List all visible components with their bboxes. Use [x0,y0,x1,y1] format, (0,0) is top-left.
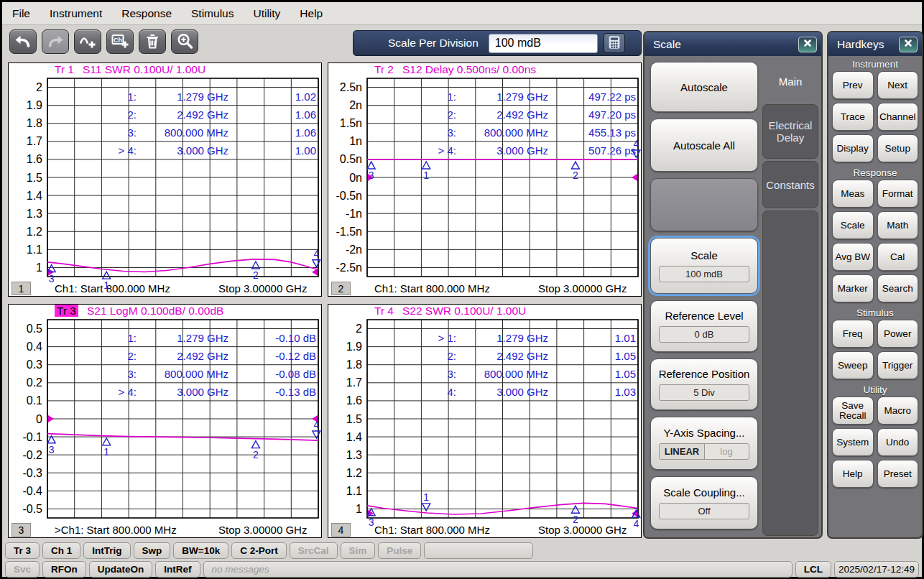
hardkey-prev[interactable]: Prev [832,71,874,99]
hardkey-avg-bw[interactable]: Avg BW [832,243,874,271]
status-swp[interactable]: Swp [134,542,171,559]
hardkey-cal[interactable]: Cal [877,243,919,271]
hardkey-macro[interactable]: Macro [877,397,919,425]
marker-4-symbol [632,150,640,157]
hardkey-save-recall[interactable]: Save Recall [832,397,874,425]
hardkey-system[interactable]: System [832,428,874,456]
scale-per-division-input[interactable] [489,34,598,53]
status-srccal[interactable]: SrcCal [290,542,338,559]
hardkey-sweep[interactable]: Sweep [832,351,874,379]
status-sim[interactable]: Sim [341,542,376,559]
status-c-2-port[interactable]: C 2-Port [231,542,287,559]
hardkey-help[interactable]: Help [832,460,874,488]
add-channel-button[interactable]: Ch [106,29,134,54]
hardkey-channel[interactable]: Channel [877,103,919,131]
plot-trace-4[interactable]: Tr 4S22 SWR 0.100U/ 1.00U4Ch1: Start 800… [328,304,642,538]
hardkey-scale[interactable]: Scale [832,211,874,239]
softkey-y-axis-spacing[interactable]: Y-Axis Spacing...LINEARlog [650,417,758,470]
status-inttrig[interactable]: IntTrig [83,542,130,559]
plot-footer: 3>Ch1: Start 800.000 MHzStop 3.00000 GHz [9,523,321,537]
tab-electrical-delay[interactable]: Electrical Delay [762,104,818,159]
hardkeys-section-stimulus: Stimulus [832,306,918,320]
status-intref[interactable]: IntRef [155,561,200,578]
softkey-scale-coupling[interactable]: Scale Coupling...Off [650,476,758,529]
zoom-button[interactable] [171,29,198,54]
plot-title: Tr 3S21 LogM 0.100dB/ 0.00dB [9,305,321,319]
svg-text:Ch: Ch [114,36,122,43]
toggle-option-linear[interactable]: LINEAR [660,444,704,459]
tab-main[interactable]: Main [762,60,818,102]
marker-1-number: 1 [423,170,429,181]
channel-start-label: >Ch1: Start 800.000 MHz [55,524,218,536]
marker-readout-number: > 4: [438,144,456,157]
hardkey-search[interactable]: Search [877,274,919,302]
hardkey-next[interactable]: Next [877,71,919,99]
softkey-scale[interactable]: Scale100 mdB [650,238,758,294]
status-pulse[interactable]: Pulse [378,542,421,559]
marker-readout-value: 1.05 [615,368,636,380]
menu-bar: FileInstrumentResponseStimulusUtilityHel… [2,2,922,25]
softkey-label: Y-Axis Spacing... [664,427,745,439]
status-lcl[interactable]: LCL [795,561,831,578]
menu-item-stimulus[interactable]: Stimulus [191,7,234,20]
marker-readout-value: 507.26 ps [588,144,636,157]
hardkey-power[interactable]: Power [877,320,919,348]
plot-title: Tr 4S22 SWR 0.100U/ 1.00U [328,305,641,319]
menu-item-help[interactable]: Help [300,7,323,20]
status-rfon[interactable]: RFOn [42,561,86,578]
status-tr-3[interactable]: Tr 3 [5,542,40,559]
marker-readout-value: 1.03 [615,386,636,398]
marker-1-symbol [103,438,111,445]
hardkey-format[interactable]: Format [877,180,919,208]
hardkey-setup[interactable]: Setup [877,134,919,162]
marker-3-symbol [367,162,375,169]
menu-item-response[interactable]: Response [121,7,172,20]
scale-panel-close-button[interactable] [798,37,817,52]
hardkeys-row: Avg BWCal [832,243,918,271]
softkey-autoscale-all[interactable]: Autoscale All [650,119,758,172]
plot-trace-3[interactable]: Tr 3S21 LogM 0.100dB/ 0.00dB3>Ch1: Start… [8,304,322,538]
hardkey-display[interactable]: Display [832,134,874,162]
status-svc[interactable]: Svc [5,561,40,578]
marker-readout-frequency: 800.000 MHz [484,126,548,139]
redo-button[interactable] [42,29,69,54]
y-axis-spacing-toggle[interactable]: LINEARlog [659,443,749,460]
hardkey-math[interactable]: Math [877,211,919,239]
hardkeys-close-button[interactable] [899,37,918,52]
status-bw-10k[interactable]: BW=10k [173,542,228,559]
hardkey-trigger[interactable]: Trigger [877,351,919,379]
softkey-reference-level[interactable]: Reference Level0 dB [650,300,758,352]
plot-trace-1[interactable]: Tr 1S11 SWR 0.100U/ 1.00U1Ch1: Start 800… [8,62,322,297]
softkey-reference-position[interactable]: Reference Position5 Div [650,358,758,410]
hardkeys-row: DisplaySetup [832,134,918,162]
menu-item-utility[interactable]: Utility [253,7,280,20]
marker-4-symbol [313,260,320,267]
toggle-option-log[interactable]: log [705,444,749,459]
undo-button[interactable] [9,29,37,54]
hardkey-trace[interactable]: Trace [832,103,874,131]
hardkey-marker[interactable]: Marker [832,274,874,302]
trace-number-box: 3 [11,523,31,537]
add-trace-button[interactable] [74,29,101,54]
tab-constants[interactable]: Constants [762,161,818,208]
status-ch-1[interactable]: Ch 1 [42,542,80,559]
softkey-label: Scale [690,249,718,261]
menu-item-instrument[interactable]: Instrument [50,7,102,20]
y-axis-label: -1n [346,208,362,220]
marker-2-symbol [251,261,259,269]
hardkey-undo[interactable]: Undo [877,428,919,456]
trace-label: Tr 1 [55,63,74,75]
softkey-autoscale[interactable]: Autoscale [650,62,758,112]
hardkey-meas[interactable]: Meas [832,180,874,208]
softkey-value: 100 mdB [659,266,749,282]
hardkey-preset[interactable]: Preset [877,460,919,488]
status-updateon[interactable]: UpdateOn [89,561,153,578]
keypad-button[interactable] [604,33,625,53]
plot-trace-2[interactable]: Tr 2S12 Delay 0.500ns/ 0.00ns2Ch1: Start… [328,62,642,297]
hardkeys-row: HelpPreset [832,460,918,488]
hardkey-freq[interactable]: Freq [832,320,874,348]
menu-item-file[interactable]: File [12,7,30,20]
delete-button[interactable] [139,29,166,54]
marker-readout-value: -0.12 dB [275,350,316,362]
marker-readout-frequency: 2.492 GHz [177,108,228,121]
